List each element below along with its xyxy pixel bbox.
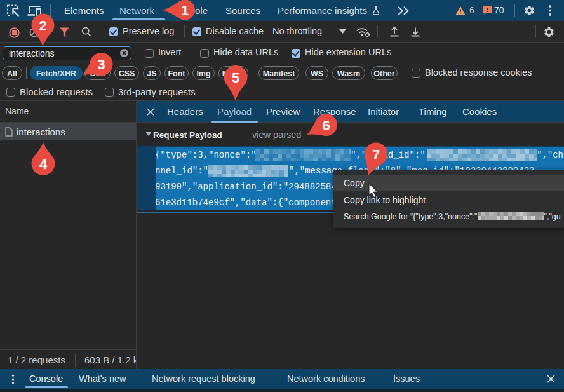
svg-text:2: 2 xyxy=(39,18,46,34)
svg-text:4: 4 xyxy=(39,156,48,172)
svg-text:5: 5 xyxy=(232,70,239,86)
svg-text:6: 6 xyxy=(322,118,330,133)
svg-text:3: 3 xyxy=(97,57,105,72)
svg-text:1: 1 xyxy=(181,3,189,18)
svg-text:7: 7 xyxy=(372,147,380,163)
